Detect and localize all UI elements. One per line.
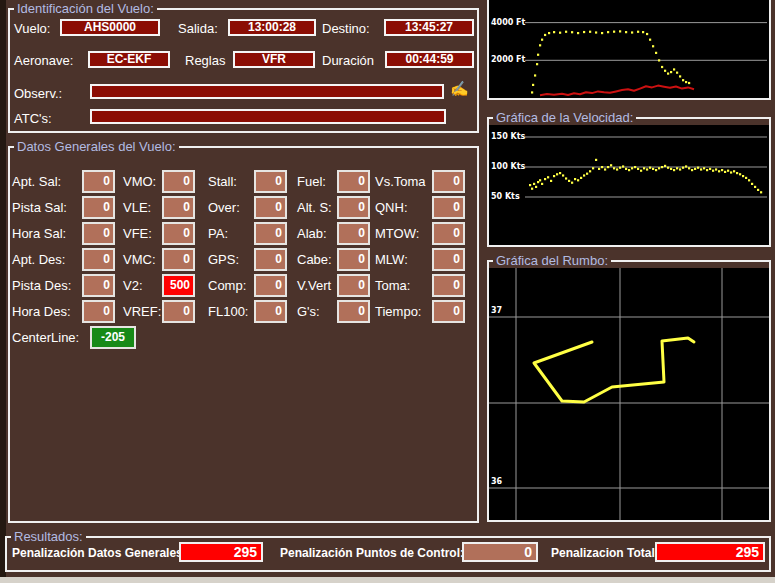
- aeronave-field[interactable]: EC-EKF: [88, 51, 170, 68]
- data-point-altitud: [559, 32, 561, 34]
- data-point-altitud: [688, 82, 690, 84]
- data-point-velocidad: [565, 177, 567, 179]
- data-point-velocidad: [592, 167, 594, 169]
- field-label-tiempo: Tiempo:: [375, 304, 421, 319]
- value-field-vs-toma[interactable]: 0: [432, 170, 465, 193]
- data-point-altitud: [649, 39, 651, 41]
- duracion-field[interactable]: 00:44:59: [385, 51, 474, 68]
- data-point-velocidad: [586, 173, 588, 175]
- writing-hand-icon[interactable]: ✍: [450, 81, 469, 97]
- data-point-velocidad: [550, 180, 552, 182]
- data-point-altitud: [631, 31, 633, 33]
- data-point-velocidad: [682, 167, 684, 169]
- value-field-vle[interactable]: 0: [162, 196, 195, 219]
- penalizacion-total-field: 295: [655, 542, 765, 562]
- window-left-edge: [0, 0, 6, 583]
- value-field-vref[interactable]: 0: [162, 300, 195, 323]
- data-point-altitud: [664, 70, 666, 72]
- data-point-velocidad: [533, 183, 535, 185]
- data-point-altitud: [544, 34, 546, 36]
- data-point-velocidad: [748, 179, 750, 181]
- data-point-velocidad: [721, 169, 723, 171]
- data-point-velocidad: [703, 167, 705, 169]
- data-point-velocidad: [685, 165, 687, 167]
- value-field-toma[interactable]: 0: [432, 274, 465, 297]
- value-field-hora-des[interactable]: 0: [82, 300, 115, 323]
- data-point-velocidad: [541, 183, 543, 185]
- data-point-velocidad: [694, 168, 696, 170]
- data-point-velocidad: [589, 170, 591, 172]
- value-field-stall[interactable]: 0: [254, 170, 287, 193]
- data-point-altitud: [613, 31, 615, 33]
- value-field-fuel[interactable]: 0: [337, 170, 370, 193]
- velocidad-plot-svg: 150 Kts100 Kts50 Kts: [489, 125, 769, 245]
- value-field-over[interactable]: 0: [254, 196, 287, 219]
- value-field-pista-sal[interactable]: 0: [82, 196, 115, 219]
- data-point-velocidad: [613, 167, 615, 169]
- value-field-g-s[interactable]: 0: [337, 300, 370, 323]
- value-field-mtow[interactable]: 0: [432, 222, 465, 245]
- value-field-cabe[interactable]: 0: [337, 248, 370, 271]
- data-point-velocidad: [718, 170, 720, 172]
- axis-tick-label: 36: [491, 477, 503, 486]
- data-point-velocidad: [667, 167, 669, 169]
- data-line-terreno: [540, 86, 694, 96]
- data-point-velocidad: [739, 173, 741, 175]
- salida-field[interactable]: 13:00:28: [228, 19, 316, 36]
- value-field-pa[interactable]: 0: [254, 222, 287, 245]
- datos-grid: Apt. Sal:0VMO:0Stall:0Fuel:0Vs.Toma0Pist…: [10, 148, 477, 521]
- value-field-vmo[interactable]: 0: [162, 170, 195, 193]
- data-point-velocidad: [537, 181, 539, 183]
- value-field-apt-des[interactable]: 0: [82, 248, 115, 271]
- data-point-altitud: [548, 32, 550, 34]
- value-field-vmc[interactable]: 0: [162, 248, 195, 271]
- data-point-altitud: [682, 79, 684, 81]
- atcs-input[interactable]: [90, 109, 446, 124]
- penalizacion-total-label: Penalizacion Total:: [551, 546, 659, 560]
- value-field-gps[interactable]: 0: [254, 248, 287, 271]
- field-label-over: Over:: [208, 200, 240, 215]
- value-field-apt-sal[interactable]: 0: [82, 170, 115, 193]
- value-field-alt-s[interactable]: 0: [337, 196, 370, 219]
- data-point-altitud: [637, 31, 639, 33]
- field-label-pista-des: Pista Des:: [12, 278, 71, 293]
- data-point-altitud: [601, 32, 603, 34]
- destino-field[interactable]: 13:45:27: [384, 19, 474, 36]
- value-field-mlw[interactable]: 0: [432, 248, 465, 271]
- field-label-vfe: VFE:: [123, 226, 152, 241]
- data-point-altitud: [541, 39, 543, 41]
- data-point-velocidad: [544, 178, 546, 180]
- value-field-fl100[interactable]: 0: [254, 300, 287, 323]
- observ-input[interactable]: [90, 84, 444, 99]
- altitude-chart-panel: 4000 Ft2000 Ft: [487, 0, 771, 100]
- value-field-pista-des[interactable]: 0: [82, 274, 115, 297]
- velocidad-chart-title: Gráfica de la Velocidad:: [493, 111, 636, 125]
- data-point-velocidad: [547, 176, 549, 178]
- data-point-velocidad: [604, 168, 606, 170]
- data-point-altitud: [577, 32, 579, 34]
- data-point-velocidad: [610, 164, 612, 166]
- data-point-velocidad: [670, 168, 672, 170]
- value-field-v2[interactable]: 500: [162, 274, 195, 297]
- value-field-tiempo[interactable]: 0: [432, 300, 465, 323]
- data-point-velocidad: [616, 168, 618, 170]
- data-point-velocidad: [539, 179, 541, 181]
- data-point-altitud: [642, 31, 644, 33]
- reglas-field[interactable]: VFR: [233, 51, 315, 68]
- value-field-v-vert[interactable]: 0: [337, 274, 370, 297]
- value-field-hora-sal[interactable]: 0: [82, 222, 115, 245]
- vuelo-field[interactable]: AHS0000: [60, 19, 160, 36]
- value-field-alab[interactable]: 0: [337, 222, 370, 245]
- data-point-velocidad: [658, 167, 660, 169]
- field-label-cabe: Cabe:: [297, 252, 332, 267]
- value-field-vfe[interactable]: 0: [162, 222, 195, 245]
- data-point-velocidad: [655, 169, 657, 171]
- reglas-label: Reglas: [185, 53, 225, 68]
- value-field-comp[interactable]: 0: [254, 274, 287, 297]
- data-point-velocidad: [571, 182, 573, 184]
- value-field-qnh[interactable]: 0: [432, 196, 465, 219]
- value-field-centerline[interactable]: -205: [90, 326, 136, 349]
- data-point-velocidad: [676, 167, 678, 169]
- data-point-velocidad: [577, 179, 579, 181]
- panel-resultados-title: Resultados:: [11, 530, 86, 544]
